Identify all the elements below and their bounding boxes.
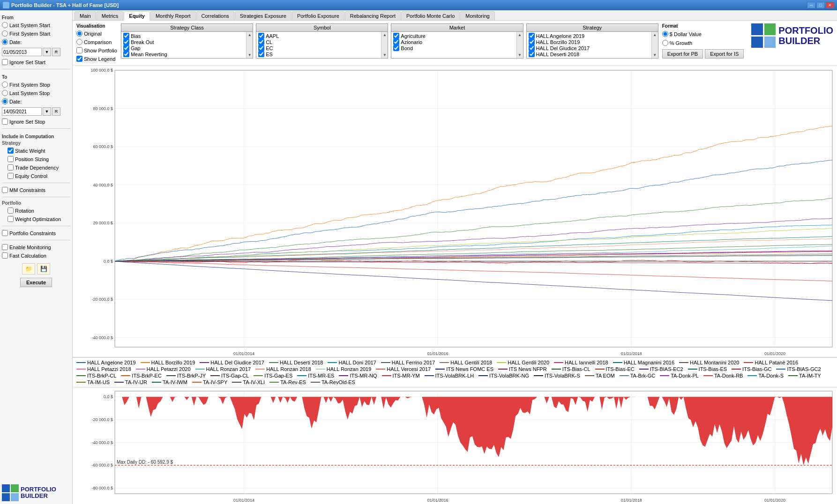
strategy-sublabel: Strategy [2, 141, 70, 146]
strategy-class-scroll[interactable]: ▲ ▼ [246, 32, 253, 58]
legend-item: ITS-BIAS-EC2 [639, 366, 683, 372]
ignore-set-stop-row[interactable]: Ignore Set Stop [2, 118, 70, 125]
tab-strategies-exposure[interactable]: Strategies Exposure [235, 11, 291, 20]
tab-main[interactable]: Main [75, 11, 96, 20]
symbol-content: AAPL CL EC ES ▲ ▼ [256, 32, 388, 58]
from-date-input[interactable] [2, 48, 42, 56]
tab-portfolio-monte-carlo[interactable]: Portfolio Monte Carlo [401, 11, 460, 20]
strategy-header: Strategy [527, 24, 658, 32]
legend-item: TA-Rev-ES [269, 379, 306, 385]
legend-item: HALL Petazzi 2018 [76, 366, 131, 372]
tab-portfolio-exposure[interactable]: Portfolio Exposure [292, 11, 344, 20]
execute-button[interactable]: Execute [20, 278, 52, 287]
enable-monitoring-row[interactable]: Enable Monitoring [2, 244, 70, 251]
legend-item: HALL Ronzan 2019 [316, 366, 372, 372]
market-header: Market [391, 24, 523, 32]
symbol-header: Symbol [256, 24, 388, 32]
strategy-class-content: Bias Break Out Gap Mean Reverting ▲ ▼ [121, 32, 253, 58]
legend-item: TA-IV-SPY [192, 379, 227, 385]
format-dollar[interactable]: $ Dollar Value [662, 30, 744, 37]
filter-bias[interactable]: Bias [123, 33, 244, 39]
from-label: From [2, 15, 70, 20]
tab-rebalancing-report[interactable]: Rebalancing Report [345, 11, 401, 20]
rotation-row[interactable]: Rotation [2, 207, 70, 214]
legend-item: HALL Petazzi 2020 [136, 366, 191, 372]
logo-area: PORTFOLIOBUILDER [2, 481, 70, 501]
folder-icon-btn[interactable]: 📁 [22, 263, 35, 274]
tab-monitoring[interactable]: Monitoring [460, 11, 494, 20]
legend-item: TA-IM-US [76, 379, 110, 385]
filter-es[interactable]: ES [258, 51, 379, 57]
filter-agriculture[interactable]: Agriculture [393, 33, 514, 39]
position-sizing-row[interactable]: Position Sizing [2, 156, 70, 163]
portfolio-constraints-row[interactable]: Portfolio Constraints [2, 230, 70, 237]
to-date-radio[interactable]: Date: [2, 98, 70, 105]
tab-correlations[interactable]: Correlations [196, 11, 234, 20]
vis-comparison[interactable]: Comparison [76, 38, 117, 45]
fast-calculation-row[interactable]: Fast Calculation [2, 252, 70, 259]
tab-bar: Main Metrics Equity Monthly Report Corre… [73, 10, 837, 21]
format-area: Format $ Dollar Value % Growth [662, 23, 744, 46]
legend-item: HALL Doni 2017 [328, 360, 376, 365]
ignore-set-start-row[interactable]: Ignore Set Start [2, 59, 70, 66]
filter-hall-deserti[interactable]: HALL Deserti 2018 [529, 51, 650, 57]
legend-item: ITS-BrkP-EC [121, 373, 162, 378]
from-date-radio[interactable]: Date: [2, 38, 70, 45]
filter-break-out[interactable]: Break Out [123, 39, 244, 45]
to-first-system-stop[interactable]: First System Stop [2, 81, 70, 88]
big-logo-cell-2 [764, 23, 776, 35]
format-growth[interactable]: % Growth [662, 39, 744, 46]
from-date-calendar-btn[interactable]: ▼ [43, 48, 51, 56]
minimize-button[interactable]: ─ [807, 2, 815, 8]
filter-aapl[interactable]: AAPL [258, 33, 379, 39]
maximize-button[interactable]: □ [816, 2, 825, 8]
filter-azionario[interactable]: Azionario [393, 39, 514, 45]
window-title: Portfolio Builder - TSA + Hall of Fame [… [11, 2, 119, 8]
legend-item: HALL Magnanini 2016 [613, 360, 674, 365]
big-logo-cell-4 [764, 37, 776, 48]
format-label: Format [662, 23, 744, 29]
vis-col: Visualisation Original Comparison Show P… [76, 23, 117, 62]
mm-constraints-row[interactable]: MM Constraints [2, 186, 70, 193]
vis-original[interactable]: Original [76, 30, 117, 37]
to-date-calendar-btn[interactable]: ▼ [43, 107, 51, 116]
trade-dependency-row[interactable]: Trade Dependency [2, 164, 70, 171]
tab-equity[interactable]: Equity [124, 11, 150, 21]
to-last-system-stop[interactable]: Last System Stop [2, 89, 70, 96]
tab-metrics[interactable]: Metrics [97, 11, 123, 20]
show-portfolio-check[interactable]: Show Portfolio [76, 47, 117, 54]
filter-bond[interactable]: Bond [393, 45, 514, 51]
filter-gap[interactable]: Gap [123, 45, 244, 51]
weight-optimization-row[interactable]: Weight Optimization [2, 215, 70, 222]
strategy-list: HALL Angelone 2019 HALL Borzillo 2019 HA… [527, 32, 651, 58]
from-date-r-btn[interactable]: R [52, 48, 60, 56]
show-legend-check[interactable]: Show Legend [76, 55, 117, 62]
market-scroll[interactable]: ▲ ▼ [516, 32, 523, 58]
tab-monthly-report[interactable]: Monthly Report [150, 11, 196, 20]
filter-ec[interactable]: EC [258, 45, 379, 51]
filter-boxes: Strategy Class Bias Break Out Gap Mean R… [121, 23, 658, 59]
big-logo-cell-1 [751, 23, 763, 35]
to-date-r-btn[interactable]: R [52, 107, 60, 116]
strategy-class-filter: Strategy Class Bias Break Out Gap Mean R… [121, 23, 253, 59]
from-last-system-start[interactable]: Last System Start [2, 22, 70, 29]
symbol-scroll[interactable]: ▲ ▼ [381, 32, 388, 58]
to-date-input[interactable] [2, 107, 42, 116]
market-list: Agriculture Azionario Bond [391, 32, 516, 58]
export-is-button[interactable]: Export for IS [705, 49, 744, 59]
filter-mean-reverting[interactable]: Mean Reverting [123, 51, 244, 57]
from-first-system-start[interactable]: First System Start [2, 30, 70, 37]
export-pb-button[interactable]: Export for PB [662, 49, 703, 59]
market-filter: Market Agriculture Azionario Bond ▲ ▼ [391, 23, 523, 59]
static-weight-row[interactable]: Static Weight [2, 147, 70, 154]
close-button[interactable]: ✕ [826, 2, 834, 8]
strategy-scroll[interactable]: ▲ ▼ [651, 32, 658, 58]
save-icon-btn[interactable]: 💾 [37, 263, 50, 274]
strategy-content: HALL Angelone 2019 HALL Borzillo 2019 HA… [527, 32, 658, 58]
filter-cl[interactable]: CL [258, 39, 379, 45]
filter-hall-angelone[interactable]: HALL Angelone 2019 [529, 33, 650, 39]
filter-hall-borzillo[interactable]: HALL Borzillo 2019 [529, 39, 650, 45]
equity-control-row[interactable]: Equity Control [2, 172, 70, 179]
filter-hall-delgiudice[interactable]: HALL Del Giudice 2017 [529, 45, 650, 51]
logo-grid [2, 484, 19, 501]
